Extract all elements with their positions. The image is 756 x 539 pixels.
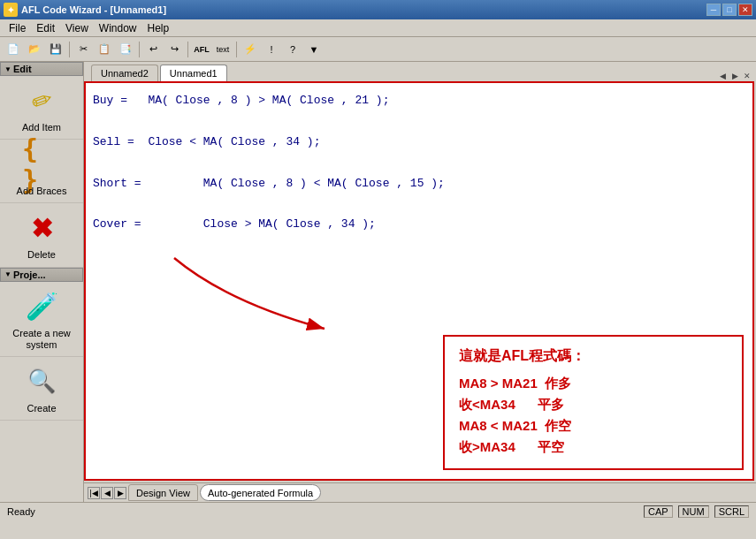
toolbar-warn[interactable]: ! xyxy=(262,40,281,59)
content-area: Unnamed2 Unnamed1 ◀ ▶ ✕ Buy = MA( Close … xyxy=(84,62,756,502)
bottom-tab-bar: |◀ ◀ ▶ Design View Auto-generated Formul… xyxy=(84,482,756,502)
toolbar-new[interactable]: 📄 xyxy=(4,40,23,59)
menu-view[interactable]: View xyxy=(60,21,94,35)
tab-nav: ◀ ▶ ✕ xyxy=(717,71,756,81)
app-icon: ✦ xyxy=(4,3,18,17)
sidebar-edit-header[interactable]: ▼ Edit xyxy=(0,62,83,76)
toolbar-sep2 xyxy=(139,42,140,57)
toolbar-run[interactable]: ⚡ xyxy=(241,40,260,59)
status-scrl: SCRL xyxy=(714,505,749,518)
minimize-button[interactable]: ─ xyxy=(706,4,721,16)
menu-help[interactable]: Help xyxy=(142,21,175,35)
status-bar: Ready CAP NUM SCRL xyxy=(0,502,756,520)
title-bar-controls[interactable]: ─ □ ✕ xyxy=(706,4,752,16)
toolbar-redo[interactable]: ↪ xyxy=(164,40,184,59)
tab-nav-right[interactable]: ▶ xyxy=(729,71,740,81)
search-icon-container: 🔍 xyxy=(22,362,61,401)
status-num: NUM xyxy=(678,505,709,518)
sidebar-item-create-system[interactable]: 🧪 Create a new system xyxy=(0,282,83,357)
toolbar-text[interactable]: text xyxy=(213,40,233,59)
tab-close[interactable]: ✕ xyxy=(742,71,752,81)
toolbar-sep4 xyxy=(236,42,237,57)
annotation-line-2: 收<MA34 平多 xyxy=(459,394,728,415)
code-editor-wrapper: Buy = MA( Close , 8 ) > MA( Close , 21 )… xyxy=(84,81,754,481)
toolbar: 📄 📂 💾 ✂ 📋 📑 ↩ ↪ AFL text ⚡ ! ? ▼ xyxy=(0,37,756,62)
annotation-line-1: MA8 > MA21 作多 xyxy=(459,373,728,394)
bottom-tab-formula[interactable]: Auto-generated Formula xyxy=(200,484,321,501)
main-container: ▼ Edit ✏ Add Item { } Add Braces ✖ Delet… xyxy=(0,62,756,502)
sidebar: ▼ Edit ✏ Add Item { } Add Braces ✖ Delet… xyxy=(0,62,84,502)
edit-section-label: Edit xyxy=(13,64,32,74)
tab-bar: Unnamed2 Unnamed1 ◀ ▶ ✕ xyxy=(84,62,756,81)
edit-collapse-icon: ▼ xyxy=(4,65,11,73)
delete-label: Delete xyxy=(27,249,56,261)
add-braces-icon-container: { } xyxy=(22,145,61,184)
toolbar-open[interactable]: 📂 xyxy=(25,40,44,59)
flask-icon: 🧪 xyxy=(26,291,58,322)
toolbar-sep3 xyxy=(187,42,188,57)
status-cap: CAP xyxy=(644,505,673,518)
add-item-label: Add Item xyxy=(22,122,61,133)
sidebar-item-add-item[interactable]: ✏ Add Item xyxy=(0,76,83,140)
status-right: CAP NUM SCRL xyxy=(644,505,749,518)
create-label: Create xyxy=(27,403,56,414)
toolbar-save[interactable]: 💾 xyxy=(46,40,65,59)
tab-unnamed1[interactable]: Unnamed1 xyxy=(160,65,227,81)
close-button[interactable]: ✕ xyxy=(738,4,752,16)
title-bar-text: AFL Code Wizard - [Unnamed1] xyxy=(21,4,166,15)
toolbar-copy[interactable]: 📋 xyxy=(95,40,114,59)
bottom-nav-prev[interactable]: ◀ xyxy=(101,487,113,499)
delete-icon-container: ✖ xyxy=(22,209,61,247)
sidebar-item-create[interactable]: 🔍 Create xyxy=(0,357,83,421)
annotation-title: 這就是AFL程式碼： xyxy=(459,347,728,366)
sidebar-item-delete[interactable]: ✖ Delete xyxy=(0,203,83,267)
title-bar-left: ✦ AFL Code Wizard - [Unnamed1] xyxy=(4,3,166,17)
bottom-tab-design[interactable]: Design View xyxy=(128,484,198,501)
status-left: Ready xyxy=(7,506,35,517)
add-braces-label: Add Braces xyxy=(17,186,67,197)
bottom-nav-next[interactable]: ▶ xyxy=(114,487,126,499)
add-item-icon: ✏ xyxy=(22,81,61,120)
toolbar-paste[interactable]: 📑 xyxy=(116,40,135,59)
tab-unnamed2[interactable]: Unnamed2 xyxy=(91,65,158,81)
annotation-line-4: 收>MA34 平空 xyxy=(459,437,728,458)
toolbar-afl[interactable]: AFL xyxy=(192,40,211,59)
create-system-label: Create a new system xyxy=(4,328,80,351)
bottom-tab-nav: |◀ ◀ ▶ xyxy=(88,487,126,499)
menu-edit[interactable]: Edit xyxy=(31,21,60,35)
toolbar-cut[interactable]: ✂ xyxy=(73,40,93,59)
menu-window[interactable]: Window xyxy=(94,21,142,35)
project-section-label: Proje... xyxy=(13,270,46,280)
menu-bar: File Edit View Window Help xyxy=(0,19,756,37)
title-bar: ✦ AFL Code Wizard - [Unnamed1] ─ □ ✕ xyxy=(0,0,756,19)
toolbar-sep1 xyxy=(69,42,70,57)
menu-file[interactable]: File xyxy=(4,21,31,35)
toolbar-dropdown[interactable]: ▼ xyxy=(304,40,324,59)
project-collapse-icon: ▼ xyxy=(4,270,11,278)
toolbar-help[interactable]: ? xyxy=(283,40,302,59)
sidebar-item-add-braces[interactable]: { } Add Braces xyxy=(0,140,83,203)
status-text: Ready xyxy=(7,506,35,517)
delete-icon: ✖ xyxy=(31,213,53,244)
sidebar-project-header[interactable]: ▼ Proje... xyxy=(0,268,83,282)
bottom-nav-first[interactable]: |◀ xyxy=(88,487,100,499)
magnify-icon: 🔍 xyxy=(27,368,56,395)
toolbar-undo[interactable]: ↩ xyxy=(143,40,163,59)
maximize-button[interactable]: □ xyxy=(722,4,737,16)
pencil-icon: ✏ xyxy=(27,84,57,118)
annotation-overlay: 這就是AFL程式碼： MA8 > MA21 作多 收<MA34 平多 MA8 <… xyxy=(443,335,744,470)
flask-icon-container: 🧪 xyxy=(22,287,61,326)
annotation-line-3: MA8 < MA21 作空 xyxy=(459,415,728,437)
tab-nav-left[interactable]: ◀ xyxy=(717,71,728,81)
